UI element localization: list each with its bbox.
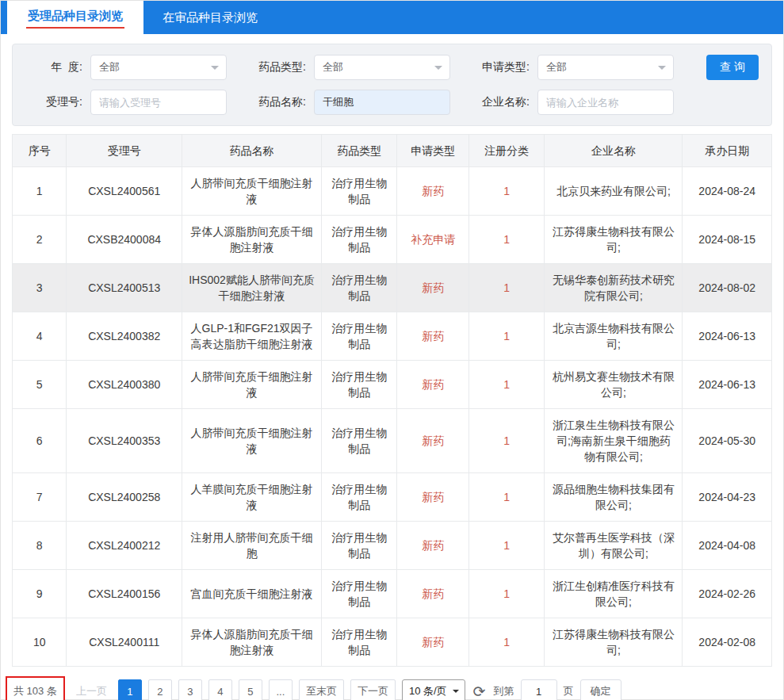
year-select[interactable]: 全部 [90,55,227,80]
cell-date: 2024-02-08 [683,618,772,667]
annotation-red-box: 共 103 条 [6,676,65,700]
cell-application-type: 新药 [397,570,468,618]
cell-drug-type: 治疗用生物制品 [322,312,397,361]
cell-application-type: 新药 [397,409,468,473]
cell-drug-type: 治疗用生物制品 [322,522,397,570]
column-header-drug-type: 药品类型 [322,135,397,167]
cell-company: 浙江生创精准医疗科技有限公司; [545,570,683,618]
cell-drug-name: 人羊膜间充质干细胞注射液 [182,473,322,522]
cell-index: 5 [13,361,67,409]
application-type-select[interactable]: 全部 [537,55,674,80]
cell-application-type: 补充申请 [397,216,468,264]
cell-application-type: 新药 [397,167,468,216]
chevron-down-icon [434,66,442,74]
cell-application-type: 新药 [397,473,468,522]
table-row[interactable]: 2CXSB2400084异体人源脂肪间充质干细胞注射液治疗用生物制品补充申请1江… [13,216,772,264]
table-row[interactable]: 3CXSL2400513IHS002赋能人脐带间充质干细胞注射液治疗用生物制品新… [13,264,772,312]
table-row[interactable]: 4CXSL2400382人GLP-1和FGF21双因子高表达脂肪干细胞注射液治疗… [13,312,772,361]
cell-drug-type: 治疗用生物制品 [322,618,397,667]
cell-acceptance-no: CXSL2400382 [67,312,182,361]
cell-registration-class: 1 [468,473,544,522]
tab-accepted-catalog[interactable]: 受理品种目录浏览 [7,1,143,34]
filter-acceptance-no: 受理号: [25,90,227,115]
cell-index: 2 [13,216,67,264]
application-type-select-value: 全部 [546,60,567,75]
cell-application-type: 新药 [397,312,468,361]
prev-page-button[interactable]: 上一页 [71,684,112,698]
cell-drug-name: 人脐带间充质干细胞注射液 [182,409,322,473]
company-name-label: 企业名称: [472,95,530,109]
cell-index: 6 [13,409,67,473]
cell-date: 2024-08-15 [683,216,772,264]
table-header-row: 序号受理号药品名称药品类型申请类型注册分类企业名称承办日期 [13,135,772,167]
page-number-buttons: 12345 [118,679,262,700]
table-row[interactable]: 10CXSL2400111异体人源脂肪间充质干细胞注射液治疗用生物制品新药1江苏… [13,618,772,667]
cell-drug-type: 治疗用生物制品 [322,473,397,522]
cell-acceptance-no: CXSL2400212 [67,522,182,570]
table-row[interactable]: 6CXSL2400353人脐带间充质干细胞注射液治疗用生物制品新药1浙江泉生生物… [13,409,772,473]
confirm-button[interactable]: 确定 [580,679,621,700]
cell-drug-name: 异体人源脂肪间充质干细胞注射液 [182,216,322,264]
cell-index: 4 [13,312,67,361]
drug-type-label: 药品类型: [249,60,306,75]
cell-acceptance-no: CXSL2400353 [67,409,182,473]
column-header-index: 序号 [13,135,67,167]
cell-company: 无锡华泰创新药技术研究院有限公司; [545,264,683,312]
next-page-button[interactable]: 下一页 [350,679,396,700]
page-button-3[interactable]: 3 [178,679,202,700]
acceptance-no-input[interactable] [90,90,227,115]
page-button-2[interactable]: 2 [148,679,172,700]
drug-type-select[interactable]: 全部 [314,55,450,80]
page-button-5[interactable]: 5 [239,679,262,700]
total-count: 共 103 条 [13,685,57,697]
cell-index: 3 [13,264,67,312]
cell-drug-type: 治疗用生物制品 [322,216,397,264]
cell-drug-name: 人脐带间充质干细胞注射液 [182,361,322,409]
application-type-label: 申请类型: [472,60,530,75]
column-header-company: 企业名称 [545,135,683,167]
cell-acceptance-no: CXSL2400111 [67,618,182,667]
last-page-button[interactable]: 至末页 [299,679,344,700]
chevron-down-icon [453,690,459,696]
cell-application-type: 新药 [397,618,468,667]
filter-panel: 年 度: 全部 药品类型: 全部 申请类型: 全部 [12,44,772,126]
table-row[interactable]: 9CXSL2400156宫血间充质干细胞注射液治疗用生物制品新药1浙江生创精准医… [13,570,772,618]
acceptance-no-label: 受理号: [25,95,82,109]
cell-index: 9 [13,570,67,618]
filter-company-name: 企业名称: [472,90,674,115]
cell-drug-type: 治疗用生物制品 [322,361,397,409]
cell-drug-type: 治疗用生物制品 [322,264,397,312]
page-button-4[interactable]: 4 [208,679,232,700]
tab-under-review-catalog[interactable]: 在审品种目录浏览 [143,1,277,34]
drug-type-select-value: 全部 [323,60,343,75]
filter-drug-name: 药品名称: [249,90,450,115]
table-row[interactable]: 7CXSL2400258人羊膜间充质干细胞注射液治疗用生物制品新药1源品细胞生物… [13,473,772,522]
cell-acceptance-no: CXSL2400380 [67,361,182,409]
query-button[interactable]: 查 询 [706,55,759,80]
cell-registration-class: 1 [468,361,544,409]
table-row[interactable]: 5CXSL2400380人脐带间充质干细胞注射液治疗用生物制品新药1杭州易文赛生… [13,361,772,409]
results-table: 序号受理号药品名称药品类型申请类型注册分类企业名称承办日期 1CXSL24005… [12,134,772,667]
refresh-icon[interactable]: ⟳ [473,684,486,699]
column-header-acceptance-no: 受理号 [67,135,182,167]
table-row[interactable]: 1CXSL2400561人脐带间充质干细胞注射液治疗用生物制品新药1北京贝来药业… [13,167,772,216]
page: 受理品种目录浏览 在审品种目录浏览 年 度: 全部 药品类型: 全部 [0,0,784,700]
cell-company: 艾尔普再生医学科技（深圳）有限公司; [545,522,683,570]
cell-company: 北京贝来药业有限公司; [545,167,683,216]
page-size-select[interactable]: 10 条/页 [402,679,465,700]
table-row[interactable]: 8CXSL2400212注射用人脐带间充质干细胞治疗用生物制品新药1艾尔普再生医… [13,522,772,570]
filter-row-1: 年 度: 全部 药品类型: 全部 申请类型: 全部 [25,55,759,80]
cell-company: 源品细胞生物科技集团有限公司; [545,473,683,522]
cell-date: 2024-02-26 [683,570,772,618]
tab-label: 受理品种目录浏览 [26,6,124,29]
goto-page-input[interactable] [521,679,557,700]
cell-acceptance-no: CXSL2400561 [67,167,182,216]
page-button-1[interactable]: 1 [118,679,142,700]
cell-drug-name: 人GLP-1和FGF21双因子高表达脂肪干细胞注射液 [182,312,322,361]
table-body: 1CXSL2400561人脐带间充质干细胞注射液治疗用生物制品新药1北京贝来药业… [13,167,772,667]
company-name-input[interactable] [537,90,674,115]
cell-date: 2024-06-13 [683,312,772,361]
ellipsis-button[interactable]: ... [269,679,293,700]
drug-name-input[interactable] [314,90,450,115]
goto-label: 到第 [494,684,514,698]
